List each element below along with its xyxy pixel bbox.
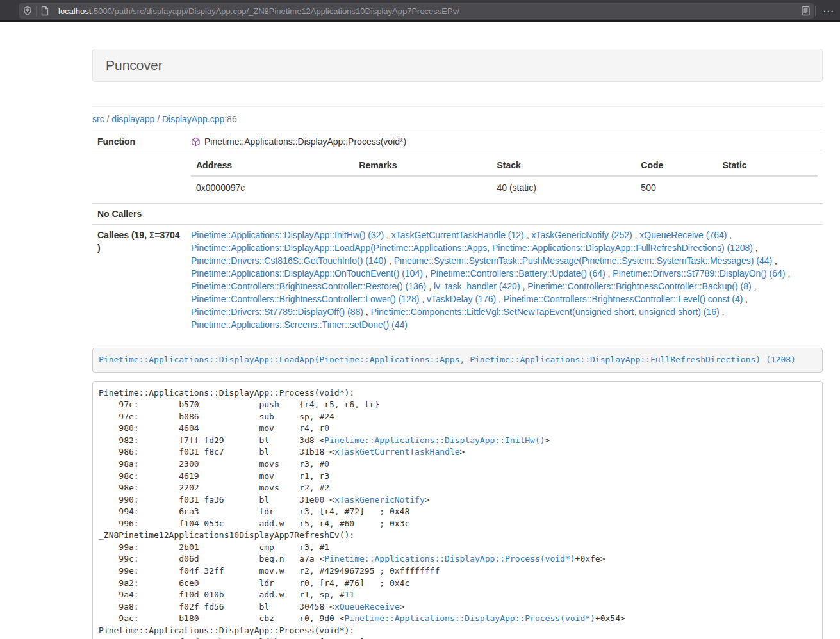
- callee-link[interactable]: Pinetime::Drivers::St7789::DisplayOn() (…: [613, 268, 785, 279]
- function-table: Function Pinetime::Applications::Display…: [92, 131, 823, 335]
- code-symbol-link[interactable]: Pinetime::Applications::DisplayApp::Proc…: [324, 554, 575, 563]
- callee-link[interactable]: Pinetime::Controllers::BrightnessControl…: [191, 294, 419, 304]
- code-value: 500: [636, 176, 717, 199]
- address-value: 0x0000097c: [191, 176, 354, 199]
- callee-link[interactable]: Pinetime::Applications::DisplayApp::Load…: [191, 243, 753, 253]
- code-line: 9a4: f10d 010b add.w r1, sp, #11: [99, 589, 816, 601]
- app-title-panel: Puncover: [92, 49, 823, 82]
- shield-icon[interactable]: [19, 3, 36, 19]
- callee-separator: ,: [426, 281, 434, 291]
- callee-separator: ,: [772, 255, 777, 266]
- column-code: Code: [636, 156, 717, 176]
- breadcrumb: src / displayapp / DisplayApp.cpp:86: [92, 114, 823, 124]
- code-line: 98a: 2300 movs r3, #0: [99, 458, 816, 471]
- function-name-cell: Pinetime::Applications::DisplayApp::Proc…: [186, 131, 823, 152]
- callee-separator: ,: [496, 294, 504, 304]
- table-row: Function Pinetime::Applications::Display…: [92, 131, 823, 152]
- symbol-detail-cell: Address Remarks Stack Code Static 0x0000…: [186, 152, 823, 204]
- callee-link[interactable]: xQueueReceive (764): [639, 230, 727, 240]
- loadapp-signature-link[interactable]: Pinetime::Applications::DisplayApp::Load…: [99, 355, 796, 364]
- callee-link[interactable]: lv_task_handler (420): [434, 281, 520, 291]
- callee-link[interactable]: Pinetime::Components::LittleVgl::SetNewT…: [371, 307, 720, 317]
- column-stack: Stack: [491, 156, 636, 176]
- callee-separator: ,: [524, 230, 532, 240]
- callee-separator: ,: [419, 294, 427, 304]
- callee-separator: ,: [786, 268, 791, 279]
- callee-link[interactable]: Pinetime::Drivers::St7789::DisplayOff() …: [191, 307, 363, 317]
- callee-link[interactable]: Pinetime::Applications::Screens::Timer::…: [191, 320, 408, 330]
- code-line: 97e: b086 sub sp, #24: [99, 411, 816, 423]
- page-actions-icon[interactable]: ⋯: [819, 3, 837, 19]
- page-icon[interactable]: [37, 3, 53, 19]
- code-line: 982: f7ff fd29 bl 3d8 <Pinetime::Applica…: [99, 435, 816, 447]
- browser-toolbar: localhost:5000/path/src/displayapp/Displ…: [0, 0, 840, 22]
- callee-separator: ,: [727, 230, 732, 240]
- function-name: Pinetime::Applications::DisplayApp::Proc…: [204, 136, 406, 147]
- remarks-value: [354, 176, 491, 199]
- callee-separator: ,: [720, 307, 725, 317]
- code-symbol-link[interactable]: xTaskGenericNotify: [334, 495, 425, 505]
- callee-link[interactable]: Pinetime::Applications::DisplayApp::Init…: [191, 230, 384, 240]
- callee-separator: ,: [520, 281, 528, 291]
- cube-icon: [191, 137, 201, 147]
- callee-link[interactable]: Pinetime::Controllers::BrightnessControl…: [504, 294, 743, 304]
- callee-link[interactable]: Pinetime::System::SystemTask::PushMessag…: [394, 255, 773, 266]
- breadcrumb-separator: /: [104, 114, 112, 124]
- toolbar-separator: [815, 6, 816, 16]
- callee-link[interactable]: Pinetime::Drivers::Cst816S::GetTouchInfo…: [191, 255, 386, 266]
- url-text: localhost:5000/path/src/displayapp/Displ…: [58, 6, 797, 16]
- callee-separator: ,: [743, 294, 748, 304]
- callee-link[interactable]: Pinetime::Controllers::BrightnessControl…: [191, 281, 426, 291]
- code-line: 9a2: 6ce0 ldr r0, [r4, #76] ; 0x4c: [99, 578, 816, 590]
- static-value: [717, 176, 818, 199]
- breadcrumb-link[interactable]: displayapp: [111, 114, 154, 124]
- symbol-detail-table: Address Remarks Stack Code Static 0x0000…: [191, 156, 818, 199]
- url-host: localhost: [58, 6, 91, 16]
- code-symbol-link[interactable]: Pinetime::Applications::DisplayApp::Init…: [324, 435, 545, 445]
- code-line: 996: f104 053c add.w r5, r4, #60 ; 0x3c: [99, 518, 816, 530]
- code-line: 99e: f04f 32ff mov.w r2, #4294967295 ; 0…: [99, 565, 816, 578]
- code-line: 98e: 2202 movs r2, #2: [99, 482, 816, 494]
- callee-link[interactable]: xTaskGetCurrentTaskHandle (12): [391, 230, 524, 240]
- no-callers-label: No Callers: [92, 204, 186, 225]
- code-line: 990: f031 fa36 bl 31e00 <xTaskGenericNot…: [99, 494, 816, 506]
- callees-list: Pinetime::Applications::DisplayApp::Init…: [186, 225, 823, 336]
- callee-link[interactable]: Pinetime::Applications::DisplayApp::OnTo…: [191, 268, 423, 279]
- divider: [92, 106, 823, 107]
- code-line: 98c: 4619 mov r1, r3: [99, 471, 816, 483]
- code-line: 994: 6ca3 ldr r3, [r4, #72] ; 0x48: [99, 506, 816, 518]
- code-line: 986: f031 f8c7 bl 31b18 <xTaskGetCurrent…: [99, 446, 816, 458]
- code-symbol-link[interactable]: Pinetime::Applications::DisplayApp::Proc…: [345, 613, 595, 623]
- signature-block: Pinetime::Applications::DisplayApp::Load…: [92, 348, 823, 373]
- code-line: 980: 4604 mov r4, r0: [99, 423, 816, 435]
- breadcrumb-link[interactable]: src: [92, 114, 104, 124]
- breadcrumb-link[interactable]: DisplayApp.cpp: [162, 114, 224, 124]
- url-bar[interactable]: localhost:5000/path/src/displayapp/Displ…: [19, 3, 814, 19]
- reader-mode-icon[interactable]: [797, 3, 814, 19]
- code-line: 99a: 2b01 cmp r3, #1: [99, 542, 816, 554]
- page-title: Puncover: [106, 58, 163, 72]
- column-remarks: Remarks: [354, 156, 491, 176]
- callee-link[interactable]: xTaskGenericNotify (252): [531, 230, 632, 240]
- code-line: Pinetime::Applications::DisplayApp::Proc…: [99, 387, 816, 400]
- callee-link[interactable]: Pinetime::Controllers::BrightnessControl…: [527, 281, 751, 291]
- callee-separator: ,: [423, 268, 431, 279]
- page-content: Puncover src / displayapp / DisplayApp.c…: [92, 23, 823, 639]
- callee-separator: ,: [632, 230, 640, 240]
- column-address: Address: [191, 156, 354, 176]
- callee-separator: ,: [386, 255, 394, 266]
- code-symbol-link[interactable]: xQueueReceive: [334, 602, 400, 611]
- code-symbol-link[interactable]: xTaskGetCurrentTaskHandle: [334, 447, 460, 457]
- code-line: 9a8: f02f fd56 bl 30458 <xQueueReceive>: [99, 601, 816, 613]
- callee-separator: ,: [753, 243, 758, 253]
- function-label: Function: [92, 131, 186, 152]
- code-line: 99c: d06d beq.n a7a <Pinetime::Applicati…: [99, 553, 816, 565]
- callee-separator: ,: [605, 268, 613, 279]
- callee-link[interactable]: vTaskDelay (176): [427, 294, 496, 304]
- column-static: Static: [717, 156, 818, 176]
- callee-link[interactable]: Pinetime::Controllers::Battery::Update()…: [431, 268, 605, 279]
- table-row: No Callers: [92, 204, 823, 225]
- url-path: :5000/path/src/displayapp/DisplayApp.cpp…: [91, 6, 459, 16]
- code-line: _ZN8Pinetime12Applications10DisplayApp7R…: [99, 530, 816, 542]
- callee-separator: ,: [752, 281, 757, 291]
